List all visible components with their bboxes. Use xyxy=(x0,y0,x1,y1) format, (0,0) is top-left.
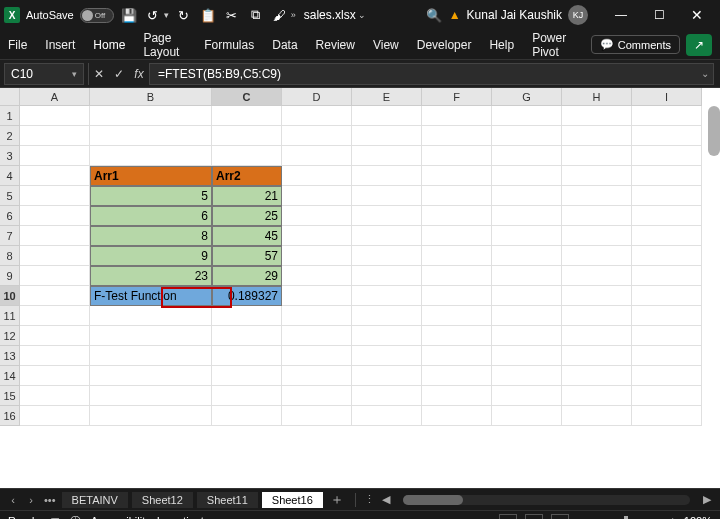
cell-A15[interactable] xyxy=(20,386,90,406)
cancel-formula-icon[interactable]: ✕ xyxy=(89,67,109,81)
cell-G7[interactable] xyxy=(492,226,562,246)
cell-C15[interactable] xyxy=(212,386,282,406)
cell-D2[interactable] xyxy=(282,126,352,146)
cell-F16[interactable] xyxy=(422,406,492,426)
cell-A13[interactable] xyxy=(20,346,90,366)
name-box[interactable]: C10 ▾ xyxy=(4,63,84,85)
cell-A10[interactable] xyxy=(20,286,90,306)
tab-home[interactable]: Home xyxy=(93,38,125,52)
cell-G15[interactable] xyxy=(492,386,562,406)
cell-H6[interactable] xyxy=(562,206,632,226)
row-header-5[interactable]: 5 xyxy=(0,186,20,206)
fx-icon[interactable]: fx xyxy=(129,67,149,81)
filename[interactable]: sales.xlsx xyxy=(304,8,356,22)
cell-D5[interactable] xyxy=(282,186,352,206)
cell-E4[interactable] xyxy=(352,166,422,186)
cell-A14[interactable] xyxy=(20,366,90,386)
cell-H5[interactable] xyxy=(562,186,632,206)
cell-I8[interactable] xyxy=(632,246,702,266)
row-header-1[interactable]: 1 xyxy=(0,106,20,126)
cell-A16[interactable] xyxy=(20,406,90,426)
cell-F4[interactable] xyxy=(422,166,492,186)
cell-D11[interactable] xyxy=(282,306,352,326)
column-header-C[interactable]: C xyxy=(212,88,282,106)
cell-B4[interactable]: Arr1 xyxy=(90,166,212,186)
cell-B8[interactable]: 9 xyxy=(90,246,212,266)
cell-A7[interactable] xyxy=(20,226,90,246)
horizontal-scrollbar[interactable] xyxy=(403,495,690,505)
cell-H14[interactable] xyxy=(562,366,632,386)
cell-D10[interactable] xyxy=(282,286,352,306)
cell-F3[interactable] xyxy=(422,146,492,166)
minimize-button[interactable]: — xyxy=(602,0,640,30)
cell-F13[interactable] xyxy=(422,346,492,366)
cell-G4[interactable] xyxy=(492,166,562,186)
cell-E11[interactable] xyxy=(352,306,422,326)
cell-G10[interactable] xyxy=(492,286,562,306)
view-normal-icon[interactable] xyxy=(499,514,517,519)
cell-C16[interactable] xyxy=(212,406,282,426)
cell-G8[interactable] xyxy=(492,246,562,266)
cell-F2[interactable] xyxy=(422,126,492,146)
cell-C9[interactable]: 29 xyxy=(212,266,282,286)
cell-A12[interactable] xyxy=(20,326,90,346)
row-header-14[interactable]: 14 xyxy=(0,366,20,386)
cell-E10[interactable] xyxy=(352,286,422,306)
cell-I2[interactable] xyxy=(632,126,702,146)
accessibility-label[interactable]: Accessibility: Investigate xyxy=(91,515,210,519)
cell-D6[interactable] xyxy=(282,206,352,226)
row-header-8[interactable]: 8 xyxy=(0,246,20,266)
row-header-11[interactable]: 11 xyxy=(0,306,20,326)
cell-E13[interactable] xyxy=(352,346,422,366)
cell-B16[interactable] xyxy=(90,406,212,426)
copy-icon[interactable]: ⧉ xyxy=(247,6,265,24)
column-header-E[interactable]: E xyxy=(352,88,422,106)
row-header-13[interactable]: 13 xyxy=(0,346,20,366)
cell-F11[interactable] xyxy=(422,306,492,326)
cell-G5[interactable] xyxy=(492,186,562,206)
tab-file[interactable]: File xyxy=(8,38,27,52)
row-header-2[interactable]: 2 xyxy=(0,126,20,146)
cut-icon[interactable]: ✂ xyxy=(223,6,241,24)
cell-I15[interactable] xyxy=(632,386,702,406)
cell-F14[interactable] xyxy=(422,366,492,386)
column-header-B[interactable]: B xyxy=(90,88,212,106)
cell-B10[interactable]: F-Test Function xyxy=(90,286,212,306)
hscroll-left[interactable]: ◀ xyxy=(379,493,393,506)
cell-E16[interactable] xyxy=(352,406,422,426)
cell-D14[interactable] xyxy=(282,366,352,386)
cell-F10[interactable] xyxy=(422,286,492,306)
row-header-10[interactable]: 10 xyxy=(0,286,20,306)
cell-A8[interactable] xyxy=(20,246,90,266)
cell-H16[interactable] xyxy=(562,406,632,426)
cell-E1[interactable] xyxy=(352,106,422,126)
spreadsheet-grid[interactable]: ABCDEFGHI 12345678910111213141516 Arr1Ar… xyxy=(0,88,720,488)
cell-D9[interactable] xyxy=(282,266,352,286)
quick-access-more-icon[interactable]: » xyxy=(291,10,296,20)
cell-A6[interactable] xyxy=(20,206,90,226)
cell-I14[interactable] xyxy=(632,366,702,386)
close-button[interactable]: ✕ xyxy=(678,0,716,30)
row-header-6[interactable]: 6 xyxy=(0,206,20,226)
cell-H1[interactable] xyxy=(562,106,632,126)
cell-H4[interactable] xyxy=(562,166,632,186)
share-button[interactable]: ↗ xyxy=(686,34,712,56)
cell-D8[interactable] xyxy=(282,246,352,266)
brush-icon[interactable]: 🖌 xyxy=(271,6,289,24)
zoom-value[interactable]: 100% xyxy=(684,515,712,519)
cell-D12[interactable] xyxy=(282,326,352,346)
cell-C12[interactable] xyxy=(212,326,282,346)
cell-D15[interactable] xyxy=(282,386,352,406)
cell-C7[interactable]: 45 xyxy=(212,226,282,246)
cell-E8[interactable] xyxy=(352,246,422,266)
cell-D16[interactable] xyxy=(282,406,352,426)
cell-H3[interactable] xyxy=(562,146,632,166)
cell-E2[interactable] xyxy=(352,126,422,146)
column-header-F[interactable]: F xyxy=(422,88,492,106)
cell-C3[interactable] xyxy=(212,146,282,166)
cell-I3[interactable] xyxy=(632,146,702,166)
cell-D7[interactable] xyxy=(282,226,352,246)
cell-C6[interactable]: 25 xyxy=(212,206,282,226)
cell-F5[interactable] xyxy=(422,186,492,206)
row-header-16[interactable]: 16 xyxy=(0,406,20,426)
